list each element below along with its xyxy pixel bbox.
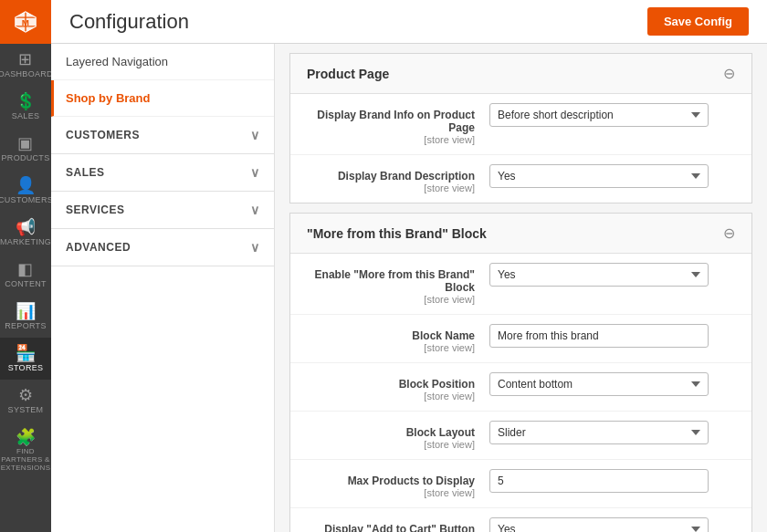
- svg-text:M: M: [22, 17, 29, 27]
- display-brand-desc-select[interactable]: Yes No: [489, 164, 709, 188]
- block-name-control: [489, 324, 735, 348]
- nav-item-reports[interactable]: 📊 Reports: [0, 296, 51, 338]
- chevron-customers-icon: ∨: [250, 128, 260, 142]
- display-brand-info-label: Display Brand Info on Product Page [stor…: [307, 103, 489, 145]
- block-name-row: Block Name [store view]: [290, 315, 751, 363]
- display-add-to-cart-row: Display "Add to Cart" Button [store view…: [290, 508, 751, 532]
- nav-label-sales: SALES: [12, 111, 40, 120]
- nav-item-marketing[interactable]: 📢 MARKETING: [0, 212, 51, 254]
- page-header: Configuration Save Config: [51, 0, 767, 44]
- products-icon: ▣: [17, 135, 33, 151]
- nav-label-extensions: FIND PARTNERS & EXTENSIONS: [1, 447, 51, 472]
- nav-label-stores: STORES: [8, 363, 44, 372]
- block-layout-select[interactable]: Slider Grid List: [489, 421, 709, 444]
- right-panel: Product Page ⊖ Display Brand Info on Pro…: [275, 44, 767, 532]
- nav-label-dashboard: DASHBOARD: [0, 69, 53, 78]
- block-layout-row: Block Layout [store view] Slider Grid Li…: [290, 412, 751, 460]
- max-products-row: Max Products to Display [store view]: [290, 460, 751, 508]
- block-layout-control: Slider Grid List: [489, 421, 735, 444]
- content-area: Layered Navigation Shop by Brand CUSTOME…: [51, 44, 767, 532]
- max-products-label: Max Products to Display [store view]: [307, 469, 489, 498]
- display-brand-desc-label: Display Brand Description [store view]: [307, 164, 489, 193]
- chevron-advanced-icon: ∨: [250, 240, 260, 255]
- nav-section-advanced[interactable]: ADVANCED ∨: [51, 229, 274, 266]
- product-page-section: Product Page ⊖ Display Brand Info on Pro…: [289, 53, 752, 203]
- system-icon: ⚙: [18, 387, 33, 403]
- nav-item-sales[interactable]: 💲 SALES: [0, 86, 51, 128]
- nav-item-customers[interactable]: 👤 CUSTOMERS: [0, 170, 51, 212]
- page-title: Configuration: [69, 10, 189, 34]
- product-page-collapse-icon[interactable]: ⊖: [723, 65, 735, 82]
- display-add-to-cart-label: Display "Add to Cart" Button [store view…: [307, 517, 489, 532]
- nav-item-content[interactable]: ◧ CONTENT: [0, 254, 51, 296]
- reports-icon: 📊: [16, 303, 36, 319]
- nav-item-extensions[interactable]: 🧩 FIND PARTNERS & EXTENSIONS: [0, 422, 51, 479]
- nav-shop-by-brand[interactable]: Shop by Brand: [51, 80, 274, 117]
- chevron-services-icon: ∨: [250, 203, 260, 217]
- max-products-input[interactable]: [489, 469, 709, 493]
- block-position-label: Block Position [store view]: [307, 372, 489, 402]
- product-page-header: Product Page ⊖: [290, 54, 751, 94]
- sidebar: M ⊞ DASHBOARD 💲 SALES ▣ PRODUCTS 👤 CUSTO…: [0, 0, 51, 532]
- dashboard-icon: ⊞: [18, 51, 32, 68]
- more-from-brand-collapse-icon[interactable]: ⊖: [723, 224, 735, 242]
- display-brand-desc-row: Display Brand Description [store view] Y…: [290, 155, 751, 203]
- product-page-title: Product Page: [307, 67, 389, 81]
- extensions-icon: 🧩: [16, 429, 36, 445]
- stores-icon: 🏪: [16, 345, 36, 361]
- main-wrapper: Configuration Save Config Layered Naviga…: [51, 0, 767, 532]
- save-config-button[interactable]: Save Config: [647, 7, 749, 36]
- sales-icon: 💲: [16, 93, 36, 110]
- nav-label-marketing: MARKETING: [0, 237, 51, 246]
- nav-item-system[interactable]: ⚙ SYSTEM: [0, 380, 51, 422]
- nav-layered-navigation[interactable]: Layered Navigation: [51, 44, 274, 80]
- left-panel: Layered Navigation Shop by Brand CUSTOME…: [51, 44, 275, 532]
- nav-label-content: CONTENT: [5, 279, 47, 288]
- block-layout-label: Block Layout [store view]: [307, 421, 489, 450]
- enable-more-from-brand-label: Enable "More from this Brand" Block [sto…: [307, 263, 489, 305]
- magento-logo[interactable]: M: [0, 0, 51, 44]
- more-from-brand-title: "More from this Brand" Block: [307, 226, 487, 241]
- block-name-label: Block Name [store view]: [307, 324, 489, 353]
- marketing-icon: 📢: [16, 219, 36, 235]
- max-products-control: [489, 469, 735, 493]
- display-brand-info-control: Before short description After short des…: [489, 103, 735, 127]
- display-add-to-cart-control: Yes No: [489, 517, 735, 532]
- customers-icon: 👤: [16, 177, 36, 193]
- block-position-select[interactable]: Content bottom Content top Sidebar: [489, 372, 709, 396]
- more-from-brand-section: "More from this Brand" Block ⊖ Enable "M…: [289, 213, 752, 532]
- block-name-input[interactable]: [489, 324, 709, 348]
- nav-section-sales[interactable]: SALES ∨: [51, 154, 274, 192]
- more-from-brand-header: "More from this Brand" Block ⊖: [290, 214, 751, 254]
- display-brand-info-row: Display Brand Info on Product Page [stor…: [290, 94, 751, 155]
- display-brand-desc-control: Yes No: [489, 164, 735, 188]
- block-position-row: Block Position [store view] Content bott…: [290, 363, 751, 412]
- nav-item-products[interactable]: ▣ PRODUCTS: [0, 128, 51, 170]
- display-brand-info-select[interactable]: Before short description After short des…: [489, 103, 709, 127]
- block-position-control: Content bottom Content top Sidebar: [489, 372, 735, 396]
- content-icon: ◧: [17, 261, 33, 277]
- nav-item-dashboard[interactable]: ⊞ DASHBOARD: [0, 44, 51, 86]
- enable-more-from-brand-control: Yes No: [489, 263, 735, 287]
- nav-item-stores[interactable]: 🏪 STORES: [0, 338, 51, 380]
- nav-label-products: PRODUCTS: [2, 153, 50, 162]
- enable-more-from-brand-select[interactable]: Yes No: [489, 263, 709, 287]
- nav-label-system: SYSTEM: [8, 405, 44, 414]
- enable-more-from-brand-row: Enable "More from this Brand" Block [sto…: [290, 254, 751, 315]
- chevron-sales-icon: ∨: [250, 165, 260, 180]
- nav-section-services[interactable]: SERVICES ∨: [51, 192, 274, 229]
- nav-label-reports: Reports: [5, 321, 46, 330]
- nav-section-customers[interactable]: CUSTOMERS ∨: [51, 117, 274, 154]
- nav-label-customers: CUSTOMERS: [0, 195, 53, 204]
- display-add-to-cart-select[interactable]: Yes No: [489, 517, 709, 532]
